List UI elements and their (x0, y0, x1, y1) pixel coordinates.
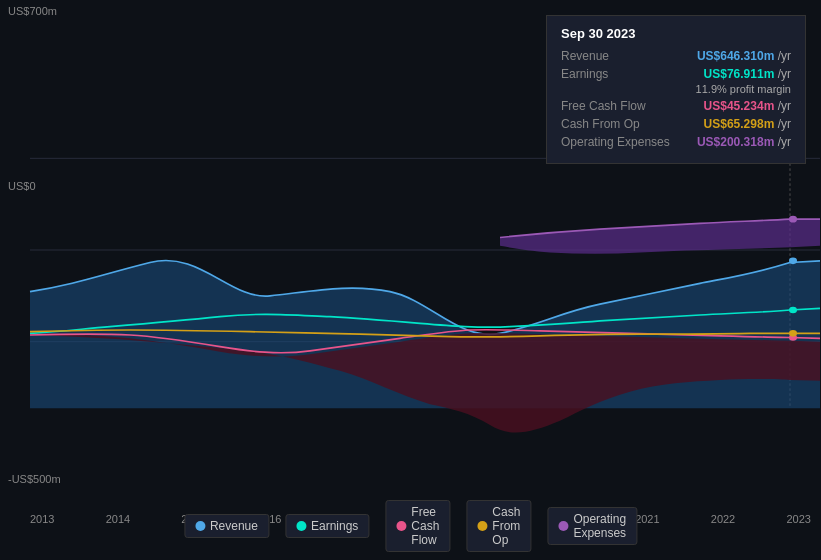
tooltip-label-earnings: Earnings (561, 67, 681, 81)
svg-point-4 (789, 258, 797, 265)
legend-label-opex: Operating Expenses (573, 512, 626, 540)
x-label-2013: 2013 (30, 513, 54, 525)
tooltip-value-fcf: US$45.234m /yr (704, 99, 791, 113)
tooltip-value-earnings: US$76.911m /yr (704, 67, 791, 81)
legend-item-fcf[interactable]: Free Cash Flow (385, 500, 450, 552)
legend-item-earnings[interactable]: Earnings (285, 514, 369, 538)
x-label-2014: 2014 (106, 513, 130, 525)
tooltip-row-revenue: Revenue US$646.310m /yr (561, 49, 791, 63)
tooltip-row-fcf: Free Cash Flow US$45.234m /yr (561, 99, 791, 113)
legend-label-cfo: Cash From Op (492, 505, 520, 547)
tooltip-row-cfo: Cash From Op US$65.298m /yr (561, 117, 791, 131)
tooltip-sub-earnings: 11.9% profit margin (561, 83, 791, 95)
chart-container: Sep 30 2023 Revenue US$646.310m /yr Earn… (0, 0, 821, 560)
legend-dot-cfo (477, 521, 487, 531)
x-label-2022: 2022 (711, 513, 735, 525)
legend-item-opex[interactable]: Operating Expenses (547, 507, 637, 545)
tooltip-label-fcf: Free Cash Flow (561, 99, 681, 113)
legend-label-revenue: Revenue (210, 519, 258, 533)
tooltip-label-opex: Operating Expenses (561, 135, 681, 149)
tooltip-value-opex: US$200.318m /yr (697, 135, 791, 149)
x-label-2021: 2021 (635, 513, 659, 525)
tooltip-date: Sep 30 2023 (561, 26, 791, 41)
legend-dot-revenue (195, 521, 205, 531)
legend-label-fcf: Free Cash Flow (411, 505, 439, 547)
legend: Revenue Earnings Free Cash Flow Cash Fro… (184, 500, 637, 552)
tooltip-value-revenue: US$646.310m /yr (697, 49, 791, 63)
tooltip-value-cfo: US$65.298m /yr (704, 117, 791, 131)
tooltip-row-opex: Operating Expenses US$200.318m /yr (561, 135, 791, 149)
tooltip-label-cfo: Cash From Op (561, 117, 681, 131)
legend-item-revenue[interactable]: Revenue (184, 514, 269, 538)
legend-dot-opex (558, 521, 568, 531)
tooltip-box: Sep 30 2023 Revenue US$646.310m /yr Earn… (546, 15, 806, 164)
legend-item-cfo[interactable]: Cash From Op (466, 500, 531, 552)
svg-point-5 (789, 216, 797, 223)
legend-dot-earnings (296, 521, 306, 531)
y-label-top: US$700m (8, 5, 57, 17)
tooltip-row-earnings: Earnings US$76.911m /yr (561, 67, 791, 81)
svg-point-6 (789, 307, 797, 314)
tooltip-label-revenue: Revenue (561, 49, 681, 63)
legend-label-earnings: Earnings (311, 519, 358, 533)
x-label-2023: 2023 (786, 513, 810, 525)
legend-dot-fcf (396, 521, 406, 531)
svg-point-8 (789, 330, 797, 337)
